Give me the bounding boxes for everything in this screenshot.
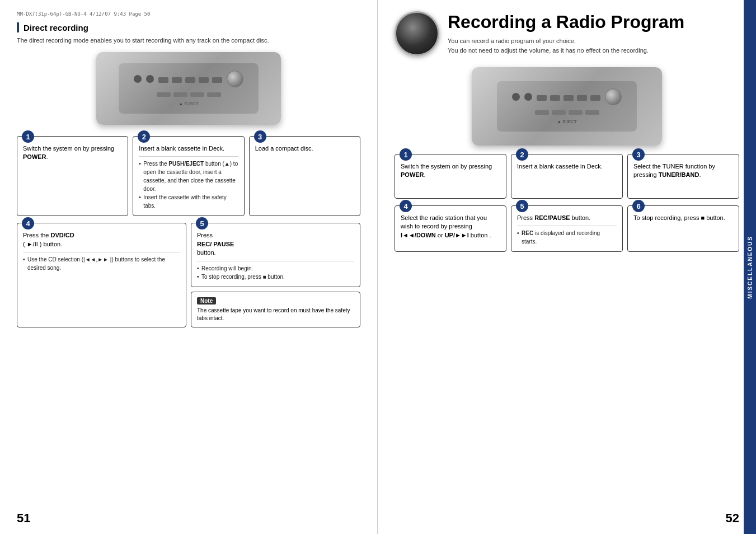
- device-buttons-right: [537, 95, 600, 101]
- right-step-5-bullets: REC is displayed and recording starts.: [517, 226, 617, 246]
- right-step-3-content: Select the TUNER function by pressing TU…: [633, 162, 733, 180]
- right-step-5-box: 5 Press REC/PAUSE button. REC is display…: [511, 205, 623, 252]
- device-image-right: ▲ EJECT: [472, 67, 662, 146]
- right-step-1-box: 1 Switch the system on by pressing POWER…: [395, 154, 506, 199]
- step-3-number: 3: [254, 130, 266, 143]
- device-screen-right: ▲ EJECT: [497, 81, 637, 132]
- step-2-box: 2 Insert a blank cassette in Deck. Press…: [133, 136, 244, 216]
- step-5-bullet-2: To stop recording, press ■ button.: [197, 273, 354, 281]
- section-title: Direct recording: [24, 23, 88, 32]
- page-number-right: 52: [726, 511, 739, 526]
- right-steps-row-1: 1 Switch the system on by pressing POWER…: [395, 154, 739, 199]
- right-step-1-number: 1: [400, 148, 412, 161]
- right-step-4-box: 4 Select the radio station that you wish…: [395, 205, 506, 252]
- right-step-4-content: Select the radio station that you wish t…: [401, 214, 500, 240]
- step-5-content: PressREC/ PAUSEbutton.: [197, 231, 354, 257]
- right-steps-row-2: 4 Select the radio station that you wish…: [395, 205, 739, 252]
- step-1-number: 1: [22, 130, 34, 143]
- device-screen-left: ▲ EJECT: [119, 63, 259, 114]
- title-logo-circle: [395, 11, 439, 56]
- section-description: The direct recording mode enables you to…: [17, 37, 360, 44]
- right-step-3-box: 3 Select the TUNER function by pressing …: [627, 154, 739, 199]
- misc-label-container: MISCELLANEOUS: [744, 0, 756, 534]
- device-image-right-container: ▲ EJECT: [395, 67, 739, 146]
- right-step-5-content: Press REC/PAUSE button.: [517, 214, 617, 222]
- step-3-box: 3 Load a compact disc.: [249, 136, 360, 216]
- page-left: MM-DX7(31p-64p)-GB-NO-4 4/12/07 9:43 Pag…: [0, 0, 378, 534]
- step-2-content: Insert a blank cassette in Deck.: [139, 144, 238, 153]
- title-text-area: Recording a Radio Program You can record…: [448, 12, 684, 55]
- device-knob-left: [227, 71, 243, 87]
- page-number-left: 51: [17, 511, 30, 526]
- step-5-bullets: Recording will begin. To stop recording,…: [197, 261, 354, 281]
- right-step-2-number: 2: [516, 148, 528, 161]
- step-2-bullets: Press the PUSH/EJECT button (▲) to open …: [139, 156, 238, 210]
- header-bar: MM-DX7(31p-64p)-GB-NO-4 4/12/07 9:43 Pag…: [17, 11, 360, 17]
- right-step-4-number: 4: [400, 200, 412, 212]
- note-box: Note The cassette tape you want to recor…: [191, 292, 360, 327]
- title-subtitle: You can record a radio program of your c…: [448, 36, 684, 55]
- note-label: Note: [197, 297, 216, 305]
- right-step-5-number: 5: [516, 200, 528, 212]
- right-step-2-content: Insert a blank cassette in Deck.: [517, 162, 617, 171]
- step-2-bullet-2: Insert the cassette with the safety tabs…: [139, 193, 238, 210]
- step-3-content: Load a compact disc.: [255, 144, 354, 153]
- section-bar-decoration: [17, 22, 19, 32]
- step-4-number: 4: [22, 217, 34, 229]
- misc-label: MISCELLANEOUS: [747, 236, 753, 299]
- page-right: Recording a Radio Program You can record…: [378, 0, 756, 534]
- page-title: Recording a Radio Program: [448, 12, 684, 32]
- step-5-bullet-1: Recording will begin.: [197, 264, 354, 273]
- steps-row-2: 4 Press the DVD/CD( ►/II ) button. Use t…: [17, 223, 360, 327]
- right-step-1-content: Switch the system on by pressing POWER.: [401, 162, 500, 180]
- right-step-6-number: 6: [632, 200, 645, 212]
- step-4-bullet-1: Use the CD selection (|◄◄,►► |) buttons …: [23, 255, 180, 272]
- step-2-number: 2: [138, 130, 150, 143]
- section-heading: Direct recording: [17, 22, 360, 32]
- right-step-5-bullet-1: REC is displayed and recording starts.: [517, 229, 617, 246]
- right-step-3-number: 3: [632, 148, 645, 161]
- device-image-left: ▲ EJECT: [96, 52, 281, 125]
- right-step-6-box: 6 To stop recording, press ■ button.: [627, 205, 739, 252]
- step-2-bullet-1: Press the PUSH/EJECT button (▲) to open …: [139, 160, 238, 193]
- device-knob-right: [605, 88, 622, 105]
- step-4-content: Press the DVD/CD( ►/II ) button.: [23, 231, 180, 249]
- steps-row-1: 1 Switch the system on by pressing POWER…: [17, 136, 360, 216]
- step-5-box: 5 PressREC/ PAUSEbutton. Recording will …: [191, 223, 360, 287]
- device-buttons: [158, 77, 222, 83]
- step-1-content: Switch the system on by pressing POWER.: [23, 144, 122, 162]
- right-step-6-content: To stop recording, press ■ button.: [633, 214, 733, 222]
- step-1-box: 1 Switch the system on by pressing POWER…: [17, 136, 128, 216]
- right-step-2-box: 2 Insert a blank cassette in Deck.: [511, 154, 623, 199]
- title-section: Recording a Radio Program You can record…: [395, 11, 739, 59]
- step-4-box: 4 Press the DVD/CD( ►/II ) button. Use t…: [17, 223, 186, 327]
- step-5-number: 5: [196, 217, 208, 229]
- step-4-bullets: Use the CD selection (|◄◄,►► |) buttons …: [23, 252, 180, 272]
- note-text: The cassette tape you want to record on …: [197, 307, 354, 322]
